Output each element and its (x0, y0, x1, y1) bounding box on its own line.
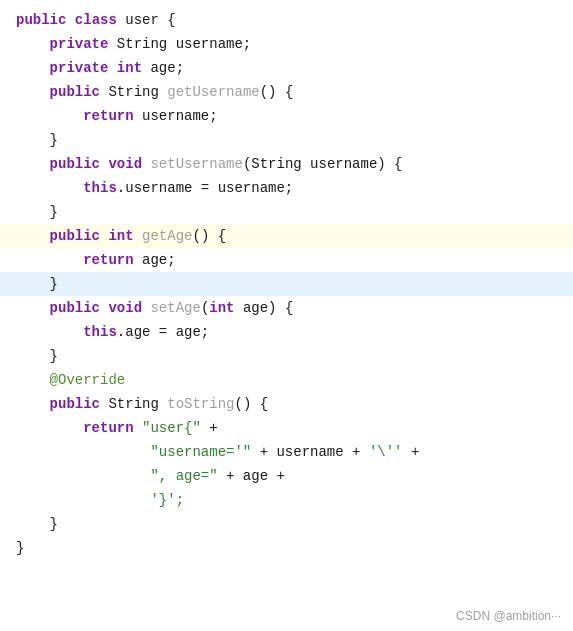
code-line: } (0, 200, 573, 224)
code-line: public String toString() { (0, 392, 573, 416)
code-line: public void setAge(int age) { (0, 296, 573, 320)
code-line: } (0, 536, 573, 560)
code-line: public class user { (0, 8, 573, 32)
code-line: } (0, 128, 573, 152)
code-line: } (0, 512, 573, 536)
code-line: public void setUsername(String username)… (0, 152, 573, 176)
code-line: ", age=" + age + (0, 464, 573, 488)
code-line: return "user{" + (0, 416, 573, 440)
code-line: private String username; (0, 32, 573, 56)
code-line: public int getAge() { (0, 224, 573, 248)
code-editor: public class user { private String usern… (0, 0, 573, 631)
code-line: this.age = age; (0, 320, 573, 344)
code-line: private int age; (0, 56, 573, 80)
code-line: } (0, 272, 573, 296)
code-line: this.username = username; (0, 176, 573, 200)
code-line: public String getUsername() { (0, 80, 573, 104)
code-line: return username; (0, 104, 573, 128)
watermark-text: CSDN @ambition··· (456, 609, 561, 623)
code-line: '}'; (0, 488, 573, 512)
code-line: "username='" + username + '\'' + (0, 440, 573, 464)
code-line: @Override (0, 368, 573, 392)
code-line: } (0, 344, 573, 368)
code-line: return age; (0, 248, 573, 272)
